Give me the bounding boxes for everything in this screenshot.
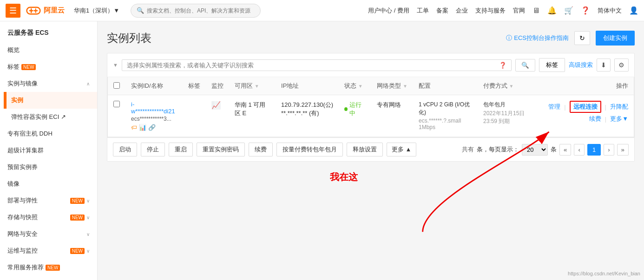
filter-collapse-icon[interactable]: ▼ [113, 62, 118, 68]
monitor-small-icon[interactable]: 📊 [139, 124, 146, 131]
nav-user-cost[interactable]: 用户中心 / 费用 [368, 7, 409, 15]
create-instance-button[interactable]: 创建实例 [596, 31, 635, 46]
sidebar-item-reserved[interactable]: 预留实例券 [0, 159, 97, 176]
help-circle-icon: ⓘ [506, 34, 512, 42]
hamburger-menu[interactable]: ☰ [6, 4, 20, 18]
sidebar-label-instance: 实例 [11, 96, 23, 104]
export-button[interactable]: ⬇ [597, 59, 611, 72]
sep1: | [564, 104, 565, 111]
td-id-name: i-w************di21 ecs***********3... 🏷… [125, 95, 183, 137]
nav-enterprise[interactable]: 企业 [456, 7, 468, 15]
sort-icon-billing: ▼ [509, 84, 514, 89]
bell-icon[interactable]: 🔔 [547, 6, 557, 15]
th-tags: 标签 [183, 77, 206, 95]
advanced-search-link[interactable]: 高级搜索 [569, 61, 593, 69]
sidebar-item-eci[interactable]: 弹性容器实例 ECI ↗ [4, 109, 97, 125]
first-page-button[interactable]: « [559, 144, 571, 156]
search-help-icon[interactable]: ❓ [499, 62, 506, 69]
sidebar-group-deploy[interactable]: 部署与弹性 NEW ∨ [0, 192, 97, 209]
th-network: 网络类型 ▼ [371, 77, 413, 95]
reset-password-button[interactable]: 重置实例密码 [197, 143, 245, 156]
action-links: 管理 | 远程连接 | 升降配 [548, 101, 628, 113]
new-badge-deploy: NEW [70, 198, 85, 204]
action-remote-link[interactable]: 远程连接 [570, 101, 601, 113]
network-type-text: 专有网络 [377, 101, 401, 108]
monitor-icon[interactable]: 🖥 [532, 7, 540, 15]
nav-filing[interactable]: 备案 [436, 7, 448, 15]
instance-name-text: ecs***********3... [131, 116, 177, 122]
sidebar-label-overview: 概览 [7, 46, 20, 54]
tag-icon[interactable]: 🏷 [131, 124, 137, 131]
sidebar-label-tags: 标签 [7, 63, 20, 71]
logo[interactable]: 阿里云 [26, 4, 65, 17]
th-zone: 可用区 ▼ [229, 77, 276, 95]
total-count-text: 共有 [462, 145, 474, 154]
chevron-down-icon-ops: ∨ [86, 248, 90, 254]
search-icon: 🔍 [137, 7, 144, 14]
new-badge-common: NEW [46, 265, 60, 271]
filter-text-input[interactable] [127, 62, 496, 69]
page-size-select[interactable]: 20 50 100 [522, 144, 548, 156]
chevron-down-icon-network: ∨ [86, 232, 90, 237]
stop-button[interactable]: 停止 [141, 143, 165, 156]
next-page-button[interactable]: › [604, 144, 614, 156]
toolbar: ▼ ❓ 🔍 标签 高级搜索 ⬇ ⚙ [107, 53, 635, 162]
renew-button[interactable]: 续费 [249, 143, 273, 156]
refresh-button[interactable]: ↻ [574, 31, 590, 45]
sidebar-group-storage[interactable]: 存储与快照 NEW ∨ [0, 209, 97, 226]
select-all-checkbox[interactable] [113, 82, 120, 89]
help-link[interactable]: ⓘ ECS控制台操作指南 [506, 34, 569, 42]
last-page-button[interactable]: » [617, 144, 629, 156]
sidebar-group-network[interactable]: 网络与安全 ∨ [0, 226, 97, 242]
sidebar-item-image[interactable]: 镜像 [0, 176, 97, 192]
td-actions: 管理 | 远程连接 | 升降配 续费 | 更 [543, 95, 634, 137]
annotation-area: 我在这 [330, 171, 635, 183]
chevron-down-icon-deploy: ∨ [86, 198, 90, 203]
action-renew-link[interactable]: 续费 [589, 115, 601, 123]
start-button[interactable]: 启动 [113, 143, 137, 156]
new-badge-tags: NEW [21, 64, 36, 70]
help-icon[interactable]: ❓ [581, 6, 590, 15]
billing-type-text: 包年包月 [483, 101, 537, 109]
column-settings-button[interactable]: ⚙ [614, 59, 629, 72]
action-manage-link[interactable]: 管理 [548, 103, 560, 111]
help-link-text: ECS控制台操作指南 [514, 34, 569, 42]
sidebar-label-hpc: 超级计算集群 [7, 146, 44, 155]
svg-rect-0 [27, 7, 40, 13]
prev-page-button[interactable]: ‹ [574, 144, 584, 156]
more-actions-button[interactable]: 更多 ▲ [387, 143, 416, 156]
th-billing: 付费方式 ▼ [478, 77, 543, 95]
sidebar-item-common-services[interactable]: 常用服务推荐 NEW [0, 259, 97, 276]
page-title: 实例列表 [107, 31, 151, 46]
table-header-row: 实例ID/名称 标签 监控 可用区 ▼ IP地址 状态 ▼ 网络类型 ▼ 配置 … [108, 77, 634, 95]
nav-official[interactable]: 官网 [513, 7, 525, 15]
sidebar-group-ops[interactable]: 运维与监控 NEW ∨ [0, 242, 97, 259]
search-filter-input[interactable]: ❓ [122, 59, 512, 71]
sidebar-group-instance-image[interactable]: 实例与镜像 ∧ [0, 75, 97, 92]
sidebar-item-instance[interactable]: 实例 [4, 92, 97, 109]
nav-ticket[interactable]: 工单 [417, 7, 429, 15]
sidebar-item-hpc[interactable]: 超级计算集群 [0, 142, 97, 159]
monitor-chart-icon[interactable]: 📈 [211, 101, 221, 109]
restart-button[interactable]: 重启 [169, 143, 193, 156]
region-selector[interactable]: 华南1（深圳）▼ [74, 7, 119, 15]
language-selector[interactable]: 简体中文 [598, 7, 622, 15]
action-more-link[interactable]: 更多▼ [610, 115, 628, 123]
search-button[interactable]: 🔍 [515, 59, 535, 72]
convert-billing-button[interactable]: 按量付费转包年包月 [276, 143, 343, 156]
link-icon[interactable]: 🔗 [148, 124, 156, 131]
sidebar-collapse-button[interactable]: › [97, 142, 98, 160]
nav-support[interactable]: 支持与服务 [475, 7, 506, 15]
global-search-input[interactable] [147, 7, 255, 14]
release-settings-button[interactable]: 释放设置 [347, 143, 383, 156]
sidebar-item-tags[interactable]: 标签 NEW [0, 59, 97, 75]
row-checkbox[interactable] [113, 101, 120, 107]
billing-expire-text: 2022年11月15日 23:59 到期 [483, 110, 537, 125]
sidebar-item-overview[interactable]: 概览 [0, 42, 97, 59]
sidebar-item-ddh[interactable]: 专有宿主机 DDH [0, 125, 97, 142]
instance-id-link[interactable]: i-w************di21 [131, 101, 177, 115]
avatar[interactable]: 👤 [629, 6, 638, 15]
cart-icon[interactable]: 🛒 [564, 6, 573, 15]
action-upgrade-link[interactable]: 升降配 [610, 103, 628, 111]
tag-filter-button[interactable]: 标签 [539, 58, 565, 72]
